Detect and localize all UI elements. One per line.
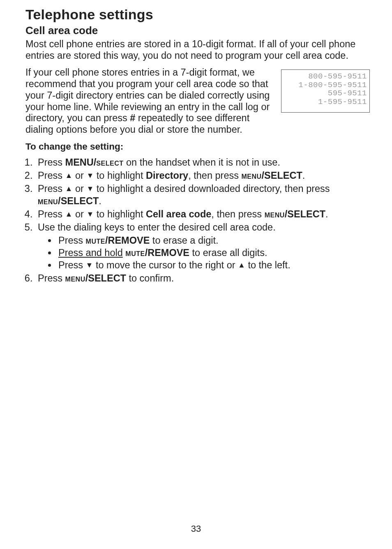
- lcd-display: 800-595-9511 1-800-595-9511 595-9511 1-5…: [281, 69, 370, 112]
- step-6-tail: to confirm.: [126, 273, 174, 284]
- step-1: Press MENU/select on the handset when it…: [35, 156, 370, 168]
- section-heading: Cell area code: [25, 24, 370, 37]
- page-title: Telephone settings: [25, 7, 370, 23]
- step-2: Press ▲ or ▼ to highlight Directory, the…: [35, 169, 370, 182]
- menu-sc: menu: [65, 273, 85, 284]
- step-3-end: .: [99, 196, 101, 206]
- hash-key: #: [130, 113, 135, 123]
- select-big: /SELECT: [262, 170, 302, 181]
- remove-big: /REMOVE: [145, 247, 189, 258]
- press-label: Press: [38, 273, 65, 284]
- step-2-tail: , then press: [188, 170, 241, 181]
- step-5-text: Use the dialing keys to enter the desire…: [38, 222, 276, 233]
- select-big: /SELECT: [85, 273, 126, 284]
- step-1-tail: on the handset when it is not in use.: [123, 157, 280, 168]
- step-6: Press menu/SELECT to confirm.: [35, 272, 370, 284]
- step-3: Press ▲ or ▼ to highlight a desired down…: [35, 182, 370, 207]
- directory-label: Directory: [146, 170, 188, 181]
- step-5: Use the dialing keys to enter the desire…: [35, 221, 370, 271]
- press-label: Press: [38, 209, 65, 219]
- press-label: Press: [58, 235, 86, 246]
- step-5-bullets: Press mute/REMOVE to erase a digit. Pres…: [57, 234, 370, 271]
- press-label: Press: [38, 170, 65, 181]
- lcd-line-4: 1-595-9511: [284, 98, 367, 106]
- or-label: or: [72, 183, 86, 194]
- press-label: Press: [38, 157, 65, 168]
- page-root: Telephone settings Cell area code Most c…: [0, 0, 392, 549]
- press-label: Press: [38, 183, 65, 194]
- bullet-2-tail: to erase all digits.: [189, 247, 267, 258]
- press-and-hold-label: Press and hold: [58, 247, 123, 258]
- menu-big: MENU/: [65, 157, 97, 168]
- steps-heading: To change the setting:: [25, 141, 370, 152]
- bullet-3: Press ▼ to move the cursor to the right …: [57, 259, 370, 271]
- page-number: 33: [0, 524, 392, 534]
- or-label: or: [72, 170, 86, 181]
- lcd-line-1: 800-595-9511: [284, 72, 367, 81]
- step-4-mid: to highlight: [94, 209, 146, 219]
- steps-list: Press MENU/select on the handset when it…: [25, 156, 370, 285]
- content-row: If your cell phone stores entries in a 7…: [25, 67, 370, 135]
- cell-area-code-label: Cell area code: [146, 209, 211, 219]
- select-big: /SELECT: [285, 209, 325, 219]
- step-4-tail: , then press: [211, 209, 264, 219]
- context-paragraph: If your cell phone stores entries in a 7…: [25, 67, 274, 135]
- bullet-1-tail: to erase a digit.: [150, 235, 218, 246]
- select-big: /SELECT: [58, 196, 99, 206]
- mute-sc: mute: [125, 247, 145, 258]
- bullet-3-tail: to the left.: [245, 260, 291, 270]
- step-2-end: .: [302, 170, 305, 181]
- lcd-line-3: 595-9511: [284, 89, 367, 98]
- intro-paragraph: Most cell phone entries are stored in a …: [25, 39, 370, 61]
- or-label: or: [72, 209, 86, 219]
- select-sc: select: [96, 157, 123, 168]
- menu-sc: menu: [241, 170, 261, 181]
- mute-sc: mute: [86, 235, 105, 246]
- step-4-end: .: [325, 209, 328, 219]
- step-4: Press ▲ or ▼ to highlight Cell area code…: [35, 208, 370, 220]
- step-3-mid: to highlight a desired downloaded direct…: [94, 183, 330, 194]
- bullet-3-mid: to move the cursor to the right or: [93, 260, 238, 270]
- bullet-2: Press and hold mute/REMOVE to erase all …: [57, 247, 370, 259]
- menu-sc: menu: [265, 209, 285, 219]
- bullet-1: Press mute/REMOVE to erase a digit.: [57, 234, 370, 247]
- menu-sc: menu: [38, 196, 58, 206]
- remove-big: /REMOVE: [105, 235, 150, 246]
- step-2-mid: to highlight: [94, 170, 146, 181]
- lcd-line-2: 1-800-595-9511: [284, 81, 367, 90]
- press-label: Press: [58, 260, 86, 270]
